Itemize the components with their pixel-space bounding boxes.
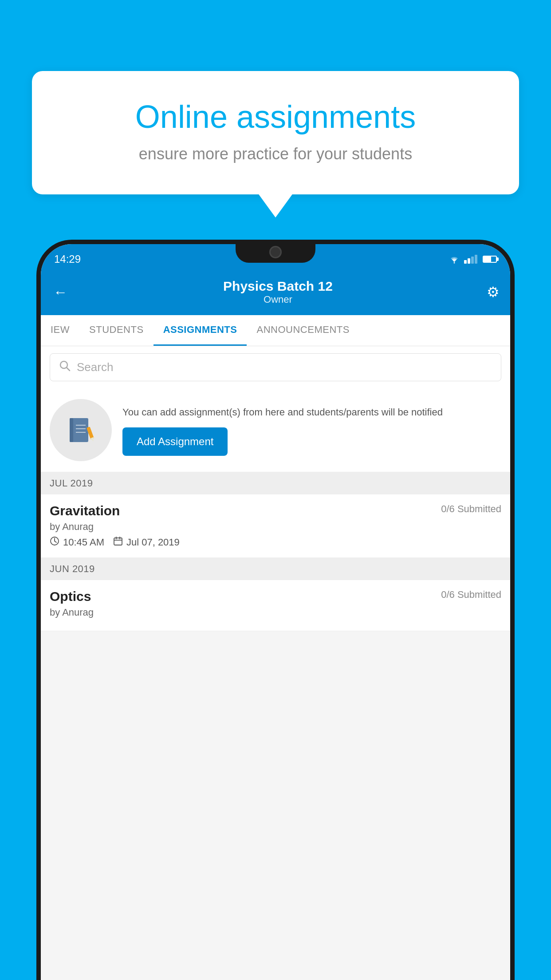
phone-camera [269, 246, 282, 258]
settings-button[interactable]: ⚙ [487, 284, 500, 300]
signal-bars [464, 255, 477, 264]
tabs-container: IEW STUDENTS ASSIGNMENTS ANNOUNCEMENTS [41, 315, 510, 346]
svg-point-0 [454, 262, 455, 264]
wifi-icon [448, 255, 460, 264]
section-header-jun: JUN 2019 [41, 558, 510, 580]
header-title: Physics Batch 12 [223, 279, 333, 294]
bubble-title: Online assignments [64, 98, 487, 136]
add-assignment-button[interactable]: Add Assignment [122, 427, 228, 456]
info-text-section: You can add assignment(s) from here and … [122, 405, 501, 456]
content-area: Search [41, 346, 510, 631]
assignment-item-optics[interactable]: Optics 0/6 Submitted by Anurag [41, 580, 510, 631]
assignment-author: by Anurag [50, 521, 501, 533]
assignment-meta: 10:45 AM Jul 07, 2019 [50, 536, 501, 549]
assignment-time: 10:45 AM [63, 537, 104, 548]
section-header-jul: JUL 2019 [41, 472, 510, 494]
app-header: ← Physics Batch 12 Owner ⚙ [41, 271, 510, 315]
search-bar-container: Search [41, 346, 510, 388]
info-description: You can add assignment(s) from here and … [122, 405, 501, 419]
svg-rect-13 [114, 538, 122, 545]
bubble-subtitle: ensure more practice for your students [64, 145, 487, 163]
assignment-optics-top-row: Optics 0/6 Submitted [50, 589, 501, 604]
assignment-top-row: Gravitation 0/6 Submitted [50, 503, 501, 518]
status-time: 14:29 [54, 253, 81, 265]
speech-bubble: Online assignments ensure more practice … [32, 71, 519, 194]
tab-announcements[interactable]: ANNOUNCEMENTS [247, 315, 359, 346]
tab-assignments[interactable]: ASSIGNMENTS [153, 315, 247, 346]
info-box: You can add assignment(s) from here and … [41, 388, 510, 472]
tab-iew[interactable]: IEW [41, 315, 79, 346]
header-subtitle: Owner [223, 294, 333, 305]
notebook-icon [65, 415, 96, 446]
assignment-optics-author: by Anurag [50, 607, 501, 618]
back-button[interactable]: ← [51, 282, 69, 302]
time-meta: 10:45 AM [50, 536, 104, 549]
tab-students[interactable]: STUDENTS [79, 315, 153, 346]
phone-notch [236, 240, 315, 263]
phone-screen: 14:29 [41, 244, 510, 980]
assignment-submitted: 0/6 Submitted [441, 503, 501, 515]
search-icon [59, 360, 71, 375]
svg-line-12 [55, 541, 56, 542]
header-title-group: Physics Batch 12 Owner [223, 279, 333, 305]
svg-rect-4 [70, 418, 73, 442]
assignment-optics-submitted: 0/6 Submitted [441, 589, 501, 601]
status-icons [448, 255, 497, 264]
phone-frame: 14:29 [36, 240, 515, 980]
assignment-title: Gravitation [50, 503, 120, 518]
assignment-optics-title: Optics [50, 589, 91, 604]
search-bar[interactable]: Search [50, 353, 501, 381]
battery-icon [483, 256, 497, 263]
clock-icon [50, 536, 59, 549]
svg-line-2 [67, 368, 70, 371]
assignment-item-gravitation[interactable]: Gravitation 0/6 Submitted by Anurag [41, 494, 510, 558]
notebook-icon-circle [50, 399, 112, 461]
assignment-date: Jul 07, 2019 [126, 537, 180, 548]
speech-bubble-container: Online assignments ensure more practice … [32, 71, 519, 194]
search-placeholder: Search [77, 360, 113, 374]
calendar-icon [113, 536, 123, 549]
date-meta: Jul 07, 2019 [113, 536, 180, 549]
